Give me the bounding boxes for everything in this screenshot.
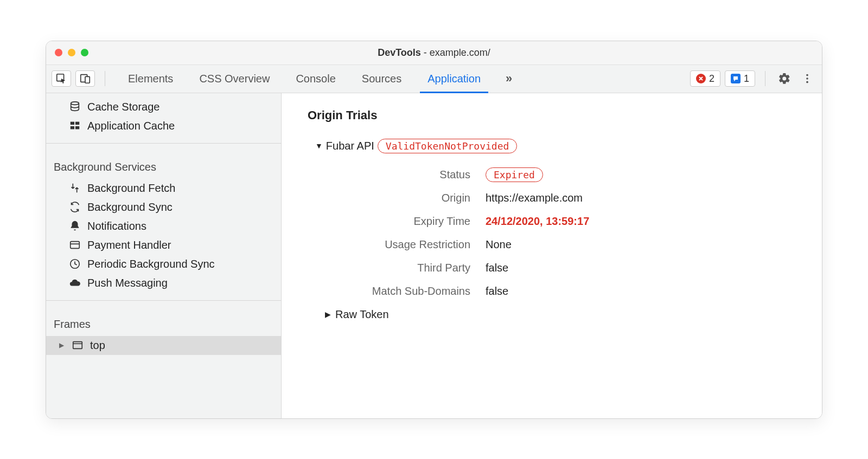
cloud-icon	[69, 277, 81, 289]
kv-origin: Origin https://example.com	[308, 192, 796, 204]
sidebar-item-label: Notifications	[87, 220, 146, 232]
sidebar-item-label: Periodic Background Sync	[87, 258, 215, 270]
sidebar-item-label: top	[90, 339, 105, 352]
device-toolbar-button[interactable]	[75, 70, 95, 87]
issues-count: 1	[744, 73, 749, 85]
error-icon	[696, 74, 706, 83]
window-icon	[72, 339, 84, 351]
status-badge: Expired	[486, 167, 543, 182]
more-tabs-button[interactable]: »	[498, 72, 520, 86]
svg-point-6	[71, 102, 79, 105]
kebab-icon	[801, 73, 813, 85]
kv-key: Third Party	[308, 262, 470, 274]
panel-body: Cache Storage Application Cache Backgrou…	[46, 93, 822, 418]
inspect-element-button[interactable]	[52, 70, 71, 87]
kv-third-party: Third Party false	[308, 262, 796, 274]
window-title: DevTools - example.com/	[378, 47, 490, 59]
devtools-toolbar: Elements CSS Overview Console Sources Ap…	[46, 65, 822, 93]
raw-token-label: Raw Token	[335, 308, 389, 321]
sidebar-item-push-messaging[interactable]: Push Messaging	[46, 274, 281, 293]
sidebar-item-payment-handler[interactable]: Payment Handler	[46, 236, 281, 255]
tab-elements[interactable]: Elements	[115, 65, 186, 93]
maximize-window-button[interactable]	[81, 49, 88, 56]
more-options-button[interactable]	[798, 69, 816, 88]
sidebar-item-label: Push Messaging	[87, 277, 168, 289]
fetch-icon	[69, 182, 81, 194]
errors-counter[interactable]: 2	[690, 70, 720, 87]
kv-key: Status	[308, 169, 470, 181]
sidebar-divider	[46, 143, 281, 144]
kv-value: 24/12/2020, 13:59:17	[486, 215, 589, 228]
sidebar-item-application-cache[interactable]: Application Cache	[46, 117, 281, 135]
svg-point-3	[806, 74, 808, 76]
kv-value: https://example.com	[486, 192, 583, 204]
toolbar-separator	[105, 71, 105, 86]
sidebar-item-label: Cache Storage	[87, 101, 159, 113]
settings-button[interactable]	[775, 69, 794, 88]
svg-rect-10	[75, 126, 79, 130]
bell-icon	[69, 220, 81, 232]
chevron-right-icon: ▶	[59, 341, 64, 349]
tab-sources[interactable]: Sources	[349, 65, 414, 93]
application-main: Origin Trials ▼ Fubar API ValidTokenNotP…	[282, 93, 822, 418]
sync-icon	[69, 201, 81, 213]
origin-trial-badge: ValidTokenNotProvided	[378, 139, 518, 153]
close-window-button[interactable]	[55, 49, 62, 56]
kv-key: Match Sub-Domains	[308, 285, 470, 298]
svg-rect-7	[71, 122, 74, 125]
origin-trial-row[interactable]: ▼ Fubar API ValidTokenNotProvided	[315, 139, 796, 153]
kv-match-sub-domains: Match Sub-Domains false	[308, 285, 796, 298]
application-sidebar: Cache Storage Application Cache Backgrou…	[46, 93, 282, 418]
errors-count: 2	[709, 73, 714, 85]
sidebar-item-periodic-background-sync[interactable]: Periodic Background Sync	[46, 255, 281, 274]
sidebar-item-frame-top[interactable]: ▶ top	[46, 336, 281, 355]
kv-expiry-time: Expiry Time 24/12/2020, 13:59:17	[308, 215, 796, 228]
minimize-window-button[interactable]	[68, 49, 75, 56]
svg-point-5	[806, 81, 808, 83]
database-icon	[69, 101, 81, 113]
window-title-app: DevTools	[378, 47, 421, 58]
kv-key: Usage Restriction	[308, 238, 470, 251]
clock-icon	[69, 258, 81, 270]
chevron-right-icon: ▶	[325, 310, 331, 319]
kv-key: Origin	[308, 192, 470, 204]
sidebar-item-label: Application Cache	[87, 120, 175, 132]
svg-rect-8	[75, 122, 79, 125]
toolbar-separator	[765, 71, 765, 86]
devtools-window: DevTools - example.com/ Elements CSS Ove…	[46, 41, 822, 419]
svg-point-4	[806, 77, 808, 80]
card-icon	[69, 239, 81, 251]
kv-value: false	[486, 262, 508, 274]
sidebar-item-label: Background Fetch	[87, 182, 175, 195]
sidebar-item-label: Background Sync	[87, 201, 173, 214]
sidebar-item-background-sync[interactable]: Background Sync	[46, 198, 281, 217]
svg-rect-9	[71, 126, 74, 130]
sidebar-group-frames: Frames	[46, 308, 281, 336]
sidebar-item-notifications[interactable]: Notifications	[46, 217, 281, 236]
kv-status: Status Expired	[308, 169, 796, 181]
panel-tabs: Elements CSS Overview Console Sources Ap…	[115, 65, 494, 93]
kv-value: None	[486, 238, 512, 251]
raw-token-row[interactable]: ▶ Raw Token	[325, 308, 796, 321]
tab-application[interactable]: Application	[414, 65, 494, 93]
window-title-url: example.com/	[430, 47, 490, 58]
sidebar-group-background-services: Background Services	[46, 151, 281, 179]
kv-usage-restriction: Usage Restriction None	[308, 238, 796, 251]
sidebar-item-label: Payment Handler	[87, 239, 171, 251]
svg-rect-13	[73, 342, 82, 349]
tab-console[interactable]: Console	[283, 65, 348, 93]
issues-counter[interactable]: 1	[725, 70, 755, 87]
svg-rect-2	[85, 76, 90, 83]
window-controls	[55, 49, 88, 56]
sidebar-item-background-fetch[interactable]: Background Fetch	[46, 179, 281, 198]
titlebar: DevTools - example.com/	[46, 41, 822, 65]
chevron-down-icon: ▼	[315, 141, 323, 150]
section-heading: Origin Trials	[308, 108, 796, 122]
sidebar-item-cache-storage[interactable]: Cache Storage	[46, 98, 281, 117]
gear-icon	[778, 72, 791, 85]
origin-trial-name: Fubar API	[326, 140, 374, 152]
tab-css-overview[interactable]: CSS Overview	[186, 65, 283, 93]
grid-icon	[69, 120, 81, 132]
issues-icon	[731, 74, 741, 83]
kv-value: false	[486, 285, 508, 298]
